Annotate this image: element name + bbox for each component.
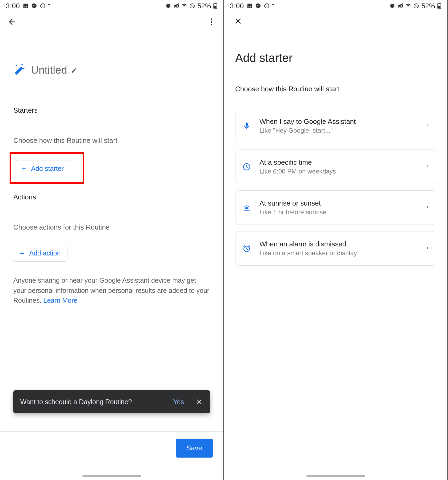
option-sun[interactable]: At sunrise or sunset Like 1 hr before su… bbox=[235, 190, 436, 225]
svg-line-2 bbox=[191, 5, 194, 7]
messenger-icon bbox=[31, 3, 37, 9]
option-title: When an alarm is dismissed bbox=[259, 240, 417, 248]
sunrise-icon bbox=[241, 203, 252, 212]
svg-rect-15 bbox=[438, 6, 441, 8]
option-subtitle: Like "Hey Google, start..." bbox=[259, 127, 417, 134]
svg-rect-14 bbox=[439, 3, 440, 4]
notification-dot: • bbox=[48, 1, 50, 7]
daylong-routine-toast: Want to schedule a Daylong Routine? Yes bbox=[13, 390, 210, 413]
dnd-icon bbox=[189, 3, 195, 9]
pencil-icon[interactable] bbox=[71, 64, 77, 76]
battery-icon bbox=[213, 3, 217, 9]
chevron-right-icon bbox=[425, 245, 430, 252]
svg-point-6 bbox=[211, 18, 212, 20]
svg-rect-9 bbox=[15, 66, 23, 75]
option-time[interactable]: At a specific time Like 6:00 PM on weekd… bbox=[235, 149, 436, 184]
wifi-icon bbox=[181, 3, 187, 9]
add-action-label: Add action bbox=[29, 249, 61, 257]
starter-options-list: When I say to Google Assistant Like "Hey… bbox=[235, 109, 436, 266]
option-title: When I say to Google Assistant bbox=[259, 117, 417, 126]
dnd-icon bbox=[413, 3, 419, 9]
alarm-icon bbox=[389, 3, 395, 9]
option-subtitle: Like 6:00 PM on weekdays bbox=[259, 168, 417, 175]
page-subtitle: Choose how this Routine will start bbox=[235, 85, 436, 93]
actions-section-label: Actions bbox=[13, 193, 210, 201]
status-time: 3:00 bbox=[230, 2, 244, 10]
option-voice[interactable]: When I say to Google Assistant Like "Hey… bbox=[235, 109, 436, 143]
status-bar: 3:00 • 52% bbox=[224, 0, 447, 12]
messenger-icon bbox=[255, 3, 261, 9]
back-icon[interactable] bbox=[7, 17, 17, 26]
learn-more-link[interactable]: Learn More bbox=[43, 297, 78, 304]
routine-title-row: Untitled bbox=[13, 63, 210, 77]
bottom-bar: Save bbox=[0, 431, 223, 480]
starters-section-label: Starters bbox=[13, 106, 210, 115]
add-starter-label: Add starter bbox=[31, 165, 64, 172]
chevron-right-icon bbox=[425, 123, 430, 129]
svg-point-8 bbox=[211, 24, 212, 25]
chevron-right-icon bbox=[425, 164, 430, 170]
status-time: 3:00 bbox=[6, 2, 20, 10]
option-subtitle: Like 1 hr before sunrise bbox=[259, 208, 417, 216]
battery-icon bbox=[437, 3, 441, 9]
toast-yes-button[interactable]: Yes bbox=[173, 398, 184, 406]
chevron-right-icon bbox=[425, 204, 430, 211]
more-icon[interactable] bbox=[207, 17, 216, 26]
gesture-bar bbox=[82, 475, 141, 477]
app-header bbox=[0, 12, 223, 32]
clock-icon bbox=[241, 163, 252, 171]
wifi-icon bbox=[405, 3, 411, 9]
wand-icon bbox=[13, 63, 26, 77]
svg-point-7 bbox=[211, 21, 212, 23]
starters-description: Choose how this Routine will start bbox=[13, 136, 210, 145]
toast-text: Want to schedule a Daylong Routine? bbox=[20, 398, 132, 406]
notification-dot: • bbox=[272, 1, 274, 7]
actions-description: Choose actions for this Routine bbox=[13, 223, 210, 231]
page-title: Add starter bbox=[235, 51, 436, 65]
status-bar: 3:00 • 52% bbox=[0, 0, 223, 12]
option-title: At sunrise or sunset bbox=[259, 199, 417, 207]
sports-icon bbox=[40, 3, 46, 9]
option-alarm[interactable]: When an alarm is dismissed Like on a sma… bbox=[235, 231, 436, 266]
vibrate-icon bbox=[397, 3, 403, 9]
gallery-icon bbox=[23, 3, 29, 9]
option-title: At a specific time bbox=[259, 158, 417, 167]
close-icon[interactable] bbox=[195, 398, 203, 406]
vibrate-icon bbox=[173, 3, 179, 9]
alarm-clock-icon bbox=[241, 244, 252, 253]
gesture-bar bbox=[306, 475, 365, 477]
routine-title-text: Untitled bbox=[31, 64, 67, 76]
gallery-icon bbox=[247, 3, 253, 9]
add-starter-highlight: + Add starter bbox=[10, 152, 84, 184]
close-icon[interactable] bbox=[234, 17, 243, 26]
add-starter-button[interactable]: + Add starter bbox=[15, 160, 70, 177]
mic-icon bbox=[241, 122, 252, 130]
battery-percent: 52% bbox=[197, 2, 211, 10]
disclaimer-text: Anyone sharing or near your Google Assis… bbox=[13, 276, 210, 306]
routine-title[interactable]: Untitled bbox=[31, 64, 77, 76]
option-subtitle: Like on a smart speaker or display bbox=[259, 249, 417, 257]
alarm-icon bbox=[165, 3, 171, 9]
app-header bbox=[224, 12, 447, 30]
battery-percent: 52% bbox=[421, 2, 435, 10]
svg-line-12 bbox=[415, 5, 418, 7]
sports-icon bbox=[264, 3, 270, 9]
add-action-button[interactable]: + Add action bbox=[13, 245, 67, 262]
save-button[interactable]: Save bbox=[176, 439, 213, 458]
svg-rect-4 bbox=[215, 3, 216, 4]
svg-rect-5 bbox=[214, 6, 217, 8]
